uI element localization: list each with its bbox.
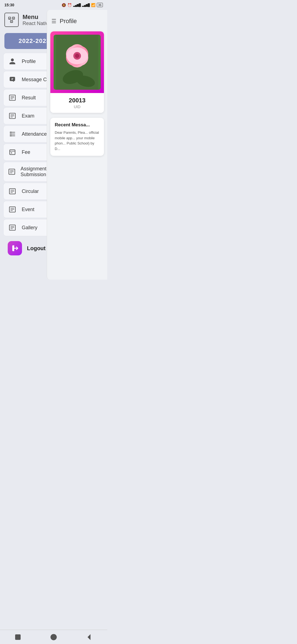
attendance-icon <box>8 130 17 138</box>
profile-image <box>54 35 101 90</box>
profile-uid-label: UID <box>54 105 100 109</box>
profile-uid-number: 20013 <box>54 97 100 104</box>
svg-rect-16 <box>11 152 12 153</box>
logo-down-arrow: ▼ <box>12 17 15 20</box>
svg-point-13 <box>10 135 11 136</box>
event-icon <box>8 205 17 214</box>
menu-item-profile-label: Profile <box>22 59 36 64</box>
gallery-icon <box>8 223 17 232</box>
menu-item-fee-label: Fee <box>22 149 30 155</box>
result-icon <box>8 93 17 102</box>
right-panel-header: ☰ Profile <box>47 10 107 29</box>
svg-point-43 <box>75 54 79 58</box>
logo-up-arrow: ▲ <box>8 17 11 20</box>
exam-icon <box>8 111 17 120</box>
menu-item-attendance-label: Attendance <box>22 131 47 137</box>
message-center-icon <box>8 75 17 84</box>
menu-item-gallery-label: Gallery <box>22 225 37 231</box>
profile-image-wrap <box>50 31 104 93</box>
fee-icon <box>8 148 17 157</box>
profile-uid-section: 20013 UID <box>50 93 104 113</box>
right-panel: ☰ Profile <box>47 10 107 280</box>
status-icons: 🔕 ⏰ ▂▄▆█ ▂▄▆█ 📶 36 <box>62 3 103 7</box>
mute-icon: 🔕 <box>62 3 66 7</box>
profile-icon <box>8 57 17 66</box>
menu-item-result-label: Result <box>22 95 36 101</box>
battery-icon: 36 <box>97 3 103 7</box>
svg-point-12 <box>10 133 11 135</box>
circular-icon <box>8 187 17 196</box>
logout-label: Logout <box>27 245 46 252</box>
profile-card: 20013 UID <box>50 31 104 113</box>
svg-point-11 <box>10 132 11 133</box>
recent-message-title: Recent Messa... <box>55 122 100 128</box>
recent-message-body: Dear Parents, Plea... official mobile ap… <box>55 130 100 151</box>
signal2-icon: ▂▄▆█ <box>82 3 90 7</box>
status-bar: 15:30 🔕 ⏰ ▂▄▆█ ▂▄▆█ 📶 36 <box>0 0 107 10</box>
menu-item-exam-label: Exam <box>22 113 34 119</box>
right-panel-title: Profile <box>60 18 77 25</box>
alarm-icon: ⏰ <box>67 3 72 7</box>
wifi-icon: 📶 <box>91 3 95 7</box>
signal1-icon: ▂▄▆█ <box>73 3 81 7</box>
assignment-submission-icon <box>8 167 16 176</box>
menu-item-event-label: Event <box>22 207 34 212</box>
recent-message-card[interactable]: Recent Messa... Dear Parents, Plea... of… <box>50 118 104 156</box>
logo-bottom-arrow: ▼ <box>10 20 13 23</box>
logo-box: ▲ ▼ ▼ <box>4 13 19 27</box>
logout-icon <box>8 241 22 255</box>
right-menu-hamburger-icon[interactable]: ☰ <box>51 18 56 24</box>
svg-rect-14 <box>10 150 15 154</box>
year-label: 2022-2023 <box>18 37 50 45</box>
status-time: 15:30 <box>4 3 14 7</box>
menu-item-circular-label: Circular <box>22 189 39 194</box>
